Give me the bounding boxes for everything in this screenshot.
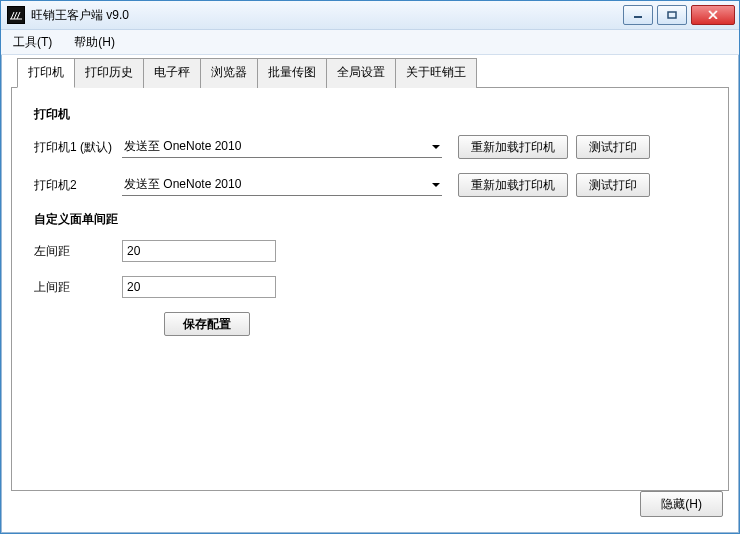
section-printer-title: 打印机: [34, 106, 706, 123]
bottom-bar: 隐藏(H): [11, 485, 729, 523]
section-margin-title: 自定义面单间距: [34, 211, 706, 228]
top-margin-input[interactable]: [122, 276, 276, 298]
printer2-label: 打印机2: [34, 177, 122, 194]
menu-help[interactable]: 帮助(H): [70, 32, 119, 53]
printer1-test-button[interactable]: 测试打印: [576, 135, 650, 159]
row-printer1: 打印机1 (默认) 重新加载打印机 测试打印: [34, 135, 706, 159]
menu-tools[interactable]: 工具(T): [9, 32, 56, 53]
hide-button[interactable]: 隐藏(H): [640, 491, 723, 517]
window-buttons: [623, 5, 735, 25]
row-save: 保存配置: [164, 312, 706, 336]
tab-body-printer: 打印机 打印机1 (默认) 重新加载打印机 测试打印 打印机2 重新加载打印机 …: [11, 87, 729, 491]
row-top-margin: 上间距: [34, 276, 706, 298]
close-button[interactable]: [691, 5, 735, 25]
app-icon: [7, 6, 25, 24]
printer1-combo[interactable]: [122, 136, 442, 158]
left-margin-label: 左间距: [34, 243, 122, 260]
maximize-button[interactable]: [657, 5, 687, 25]
tab-printer[interactable]: 打印机: [17, 58, 75, 88]
left-margin-input[interactable]: [122, 240, 276, 262]
app-window: 旺销王客户端 v9.0 工具(T) 帮助(H) 打印机 打印历史 电子秤 浏览器…: [0, 0, 740, 534]
tab-scale[interactable]: 电子秤: [143, 58, 201, 88]
save-config-button[interactable]: 保存配置: [164, 312, 250, 336]
printer1-label: 打印机1 (默认): [34, 139, 122, 156]
tab-history[interactable]: 打印历史: [74, 58, 144, 88]
printer2-combo[interactable]: [122, 174, 442, 196]
minimize-button[interactable]: [623, 5, 653, 25]
menubar: 工具(T) 帮助(H): [1, 30, 739, 55]
tabstrip: 打印机 打印历史 电子秤 浏览器 批量传图 全局设置 关于旺销王: [17, 57, 729, 87]
svg-rect-0: [634, 16, 642, 18]
row-printer2: 打印机2 重新加载打印机 测试打印: [34, 173, 706, 197]
svg-rect-1: [668, 12, 676, 18]
client-area: 打印机 打印历史 电子秤 浏览器 批量传图 全局设置 关于旺销王 打印机 打印机…: [11, 57, 729, 523]
titlebar: 旺销王客户端 v9.0: [1, 1, 739, 30]
row-left-margin: 左间距: [34, 240, 706, 262]
window-title: 旺销王客户端 v9.0: [31, 7, 623, 24]
tab-browser[interactable]: 浏览器: [200, 58, 258, 88]
printer1-reload-button[interactable]: 重新加载打印机: [458, 135, 568, 159]
printer2-test-button[interactable]: 测试打印: [576, 173, 650, 197]
printer2-combo-wrap: [122, 174, 442, 196]
top-margin-label: 上间距: [34, 279, 122, 296]
printer1-combo-wrap: [122, 136, 442, 158]
tab-about[interactable]: 关于旺销王: [395, 58, 477, 88]
tab-global[interactable]: 全局设置: [326, 58, 396, 88]
tab-batch[interactable]: 批量传图: [257, 58, 327, 88]
printer2-reload-button[interactable]: 重新加载打印机: [458, 173, 568, 197]
